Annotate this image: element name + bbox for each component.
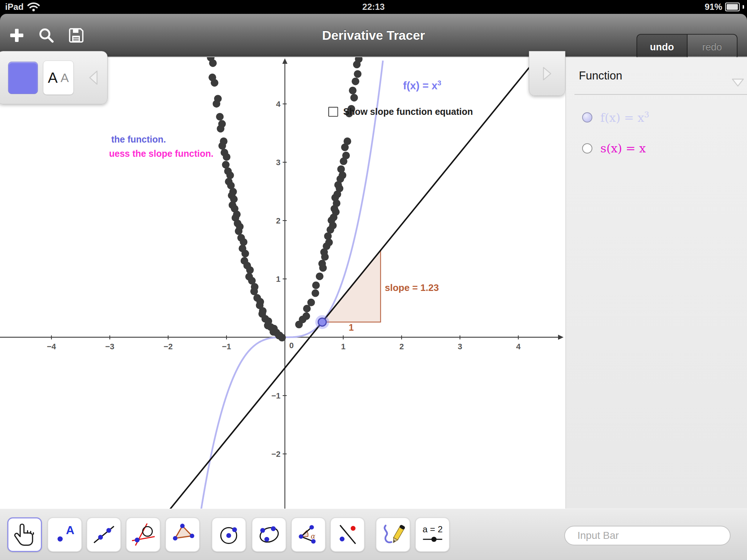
- sidebar-title: Function: [579, 69, 622, 82]
- svg-text:−3: −3: [105, 342, 114, 351]
- svg-text:−2: −2: [271, 450, 280, 459]
- save-button[interactable]: [68, 27, 85, 44]
- undo-button[interactable]: undo: [637, 35, 688, 60]
- point-tool-icon: A: [53, 523, 77, 547]
- instruction-text-1: the function.: [111, 134, 166, 145]
- polygon-tool-icon: [171, 523, 195, 547]
- tool-polygon-button[interactable]: [165, 517, 200, 552]
- function-sidebar: Function f(x) = x3 s(x) = x: [565, 57, 747, 509]
- expand-right-icon: [542, 66, 553, 81]
- radio-s[interactable]: [582, 143, 592, 153]
- slope-value-label: slope = 1.23: [385, 282, 439, 293]
- svg-text:4: 4: [276, 100, 281, 109]
- line-tool-icon: [92, 523, 116, 547]
- color-swatch-button[interactable]: [8, 62, 38, 94]
- angle-tool-icon: α: [297, 523, 321, 547]
- show-slope-row: Show slope function equation: [328, 106, 473, 117]
- radio-f-selected[interactable]: [582, 112, 592, 122]
- undo-redo-control: undo redo: [636, 34, 738, 61]
- tool-pen-button[interactable]: [376, 517, 410, 552]
- svg-text:A: A: [66, 524, 74, 537]
- svg-text:1: 1: [276, 275, 280, 284]
- pen-tool-icon: [381, 523, 405, 547]
- run-value-label: 1: [346, 322, 357, 333]
- svg-text:−4: −4: [47, 342, 56, 351]
- app-toolbar: Derivative Tracer undo redo: [0, 14, 747, 57]
- tool-circle-button[interactable]: [212, 517, 246, 552]
- search-button[interactable]: [38, 27, 55, 44]
- tool-slider-button[interactable]: a = 2: [415, 517, 450, 552]
- text-style-button[interactable]: A A: [43, 61, 74, 95]
- svg-text:2: 2: [276, 216, 280, 225]
- tool-toolbar: A: [0, 509, 747, 560]
- tool-reflect-button[interactable]: [330, 517, 365, 552]
- sidebar-divider: [574, 94, 747, 95]
- svg-text:a = 2: a = 2: [422, 524, 442, 534]
- trace-dots: [205, 57, 363, 341]
- status-time: 22:13: [0, 2, 747, 12]
- tool-conic-button[interactable]: [252, 517, 286, 552]
- battery-icon: [725, 3, 740, 11]
- instruction-text-2: uess the slope function.: [109, 148, 213, 159]
- graph-canvas[interactable]: −4−3−2−11234−2−112340 the function. uess…: [0, 57, 565, 509]
- collapse-left-icon[interactable]: [88, 70, 100, 86]
- svg-text:1: 1: [341, 342, 345, 351]
- svg-text:4: 4: [516, 342, 521, 351]
- tool-angle-button[interactable]: α: [291, 517, 326, 552]
- style-bar-panel: A A: [0, 51, 108, 104]
- status-bar: iPad 22:13 91%: [0, 0, 747, 14]
- show-slope-checkbox-label[interactable]: Show slope function equation: [343, 106, 473, 117]
- tool-move-button[interactable]: [7, 517, 42, 552]
- svg-text:−2: −2: [163, 342, 173, 351]
- redo-button[interactable]: redo: [688, 35, 737, 60]
- battery-percent-label: 91%: [705, 2, 722, 12]
- function-equation-label: f(x) = x3: [403, 79, 441, 92]
- function-option-s[interactable]: s(x) = x: [582, 141, 646, 156]
- svg-text:2: 2: [399, 342, 404, 351]
- graph-plot[interactable]: −4−3−2−11234−2−112340: [0, 57, 565, 509]
- input-bar[interactable]: [564, 526, 731, 545]
- svg-text:3: 3: [276, 158, 280, 167]
- chevron-down-icon[interactable]: [731, 77, 745, 88]
- circle-tool-icon: [217, 523, 241, 547]
- svg-text:−1: −1: [222, 342, 231, 351]
- expand-panel-button[interactable]: [529, 51, 565, 96]
- tool-line-button[interactable]: [86, 517, 121, 552]
- svg-text:3: 3: [458, 342, 462, 351]
- function-s-label: s(x) = x: [600, 141, 646, 155]
- tool-point-button[interactable]: A: [47, 517, 82, 552]
- function-f-label: f(x) = x3: [600, 110, 649, 125]
- tool-tangent-lines-button[interactable]: [126, 517, 160, 552]
- conic-tool-icon: [257, 523, 281, 547]
- status-battery: 91%: [705, 2, 744, 12]
- reflect-tool-icon: [336, 523, 360, 547]
- new-file-button[interactable]: [9, 27, 25, 43]
- move-hand-icon: [13, 522, 37, 548]
- show-slope-checkbox[interactable]: [328, 107, 338, 117]
- svg-text:α: α: [310, 532, 315, 540]
- svg-text:−1: −1: [271, 391, 280, 400]
- app-title: Derivative Tracer: [0, 14, 747, 57]
- tangent-lines-icon: [131, 523, 155, 547]
- svg-text:0: 0: [289, 341, 294, 350]
- slider-tool-icon: a = 2: [419, 523, 446, 547]
- trace-point[interactable]: [318, 318, 326, 326]
- function-option-f[interactable]: f(x) = x3: [582, 110, 649, 125]
